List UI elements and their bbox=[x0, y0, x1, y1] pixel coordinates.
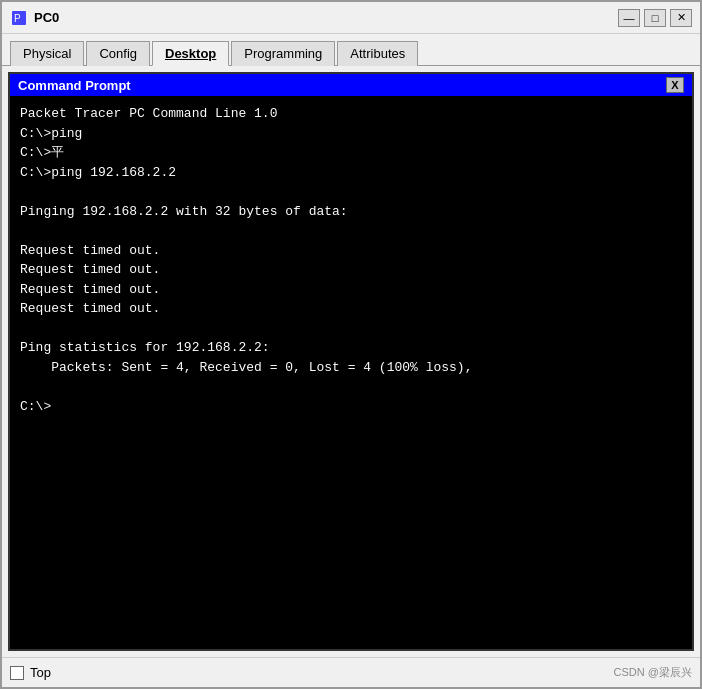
app-icon: P bbox=[10, 9, 28, 27]
command-prompt-window: Command Prompt X Packet Tracer PC Comman… bbox=[8, 72, 694, 651]
svg-text:P: P bbox=[14, 13, 21, 24]
top-label: Top bbox=[30, 665, 51, 680]
content-area: Command Prompt X Packet Tracer PC Comman… bbox=[2, 66, 700, 657]
watermark-text: CSDN @梁辰兴 bbox=[614, 665, 692, 680]
tab-physical[interactable]: Physical bbox=[10, 41, 84, 66]
close-button[interactable]: ✕ bbox=[670, 9, 692, 27]
tab-desktop[interactable]: Desktop bbox=[152, 41, 229, 66]
main-window: P PC0 — □ ✕ Physical Config Desktop Prog… bbox=[0, 0, 702, 689]
tab-config[interactable]: Config bbox=[86, 41, 150, 66]
maximize-button[interactable]: □ bbox=[644, 9, 666, 27]
top-checkbox[interactable] bbox=[10, 666, 24, 680]
tab-bar: Physical Config Desktop Programming Attr… bbox=[2, 34, 700, 66]
minimize-button[interactable]: — bbox=[618, 9, 640, 27]
cmd-close-button[interactable]: X bbox=[666, 77, 684, 93]
cmd-title-bar: Command Prompt X bbox=[10, 74, 692, 96]
window-title: PC0 bbox=[34, 10, 618, 25]
bottom-bar: Top CSDN @梁辰兴 bbox=[2, 657, 700, 687]
title-bar: P PC0 — □ ✕ bbox=[2, 2, 700, 34]
tab-programming[interactable]: Programming bbox=[231, 41, 335, 66]
cmd-output[interactable]: Packet Tracer PC Command Line 1.0 C:\>pi… bbox=[10, 96, 692, 649]
cmd-title-text: Command Prompt bbox=[18, 78, 131, 93]
tab-attributes[interactable]: Attributes bbox=[337, 41, 418, 66]
window-controls: — □ ✕ bbox=[618, 9, 692, 27]
